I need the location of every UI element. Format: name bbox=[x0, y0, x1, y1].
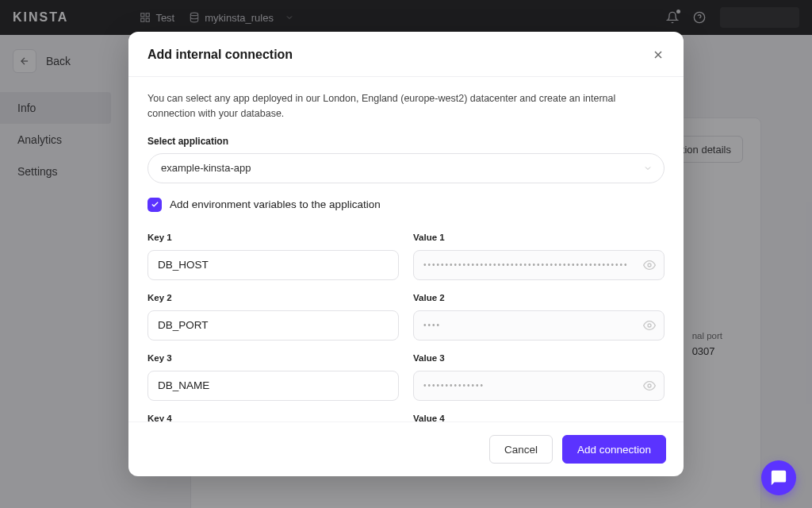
chevron-down-icon bbox=[643, 164, 653, 173]
close-icon[interactable] bbox=[652, 48, 665, 61]
value-input-1[interactable]: ••••••••••••••••••••••••••••••••••••••••… bbox=[413, 250, 665, 280]
select-application-label: Select application bbox=[147, 136, 665, 147]
add-env-vars-label: Add environment variables to the applica… bbox=[170, 198, 381, 210]
eye-icon[interactable] bbox=[643, 319, 656, 332]
add-connection-button[interactable]: Add connection bbox=[562, 435, 666, 464]
modal-intro: You can select any app deployed in our L… bbox=[147, 91, 665, 121]
key-input-2[interactable]: DB_PORT bbox=[147, 310, 399, 341]
key-label: Key 1 bbox=[147, 233, 399, 242]
value-label: Value 3 bbox=[413, 353, 665, 363]
value-label: Value 2 bbox=[413, 293, 665, 302]
svg-point-12 bbox=[648, 384, 651, 387]
value-input-3[interactable]: •••••••••••••• bbox=[413, 371, 665, 401]
env-vars-grid: Key 1 Value 1 DB_HOST ••••••••••••••••••… bbox=[147, 225, 665, 422]
key-input-3[interactable]: DB_NAME bbox=[147, 371, 399, 401]
chat-icon bbox=[770, 469, 787, 487]
value-input-2[interactable]: •••• bbox=[413, 310, 665, 341]
key-label: Key 2 bbox=[147, 293, 399, 302]
eye-icon[interactable] bbox=[643, 259, 656, 271]
chat-fab[interactable] bbox=[761, 460, 796, 495]
add-env-vars-checkbox[interactable] bbox=[147, 198, 162, 212]
value-label: Value 1 bbox=[413, 233, 665, 242]
cancel-button[interactable]: Cancel bbox=[489, 435, 553, 464]
select-application-value: example-kinsta-app bbox=[161, 162, 251, 174]
key-label: Key 4 bbox=[147, 414, 399, 422]
svg-point-10 bbox=[648, 264, 651, 267]
key-label: Key 3 bbox=[147, 353, 399, 363]
value-label: Value 4 bbox=[413, 414, 665, 422]
modal: Add internal connection You can select a… bbox=[128, 32, 684, 476]
svg-point-11 bbox=[648, 324, 651, 327]
check-icon bbox=[151, 200, 159, 209]
modal-title: Add internal connection bbox=[147, 48, 652, 62]
key-input-1[interactable]: DB_HOST bbox=[147, 250, 399, 280]
modal-overlay: Add internal connection You can select a… bbox=[0, 0, 812, 508]
eye-icon[interactable] bbox=[643, 379, 656, 392]
select-application[interactable]: example-kinsta-app bbox=[147, 153, 665, 183]
